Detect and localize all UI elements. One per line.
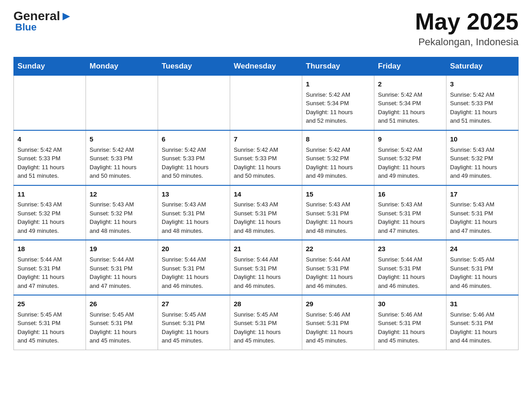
day-number: 24 (450, 244, 515, 254)
day-info: Sunrise: 5:45 AMSunset: 5:31 PMDaylight:… (162, 310, 226, 345)
day-info: Sunrise: 5:43 AMSunset: 5:31 PMDaylight:… (306, 200, 370, 235)
calendar-cell: 15Sunrise: 5:43 AMSunset: 5:31 PMDayligh… (302, 185, 374, 240)
day-number: 14 (234, 189, 298, 199)
day-info: Sunrise: 5:46 AMSunset: 5:31 PMDaylight:… (306, 310, 370, 345)
calendar-cell: 17Sunrise: 5:43 AMSunset: 5:31 PMDayligh… (446, 185, 519, 240)
calendar-cell: 18Sunrise: 5:44 AMSunset: 5:31 PMDayligh… (14, 240, 86, 295)
day-number: 4 (17, 134, 82, 144)
calendar-week-row: 25Sunrise: 5:45 AMSunset: 5:31 PMDayligh… (14, 295, 519, 350)
day-number: 8 (306, 134, 370, 144)
day-number: 22 (306, 244, 370, 254)
day-number: 1 (306, 79, 370, 89)
title-block: May 2025 Pekalongan, Indonesia (415, 9, 519, 48)
calendar-cell: 28Sunrise: 5:45 AMSunset: 5:31 PMDayligh… (230, 295, 302, 350)
day-info: Sunrise: 5:44 AMSunset: 5:31 PMDaylight:… (162, 255, 226, 290)
calendar-cell: 19Sunrise: 5:44 AMSunset: 5:31 PMDayligh… (86, 240, 158, 295)
calendar-cell: 5Sunrise: 5:42 AMSunset: 5:33 PMDaylight… (86, 130, 158, 185)
calendar-cell: 12Sunrise: 5:43 AMSunset: 5:32 PMDayligh… (86, 185, 158, 240)
day-number: 21 (234, 244, 298, 254)
day-info: Sunrise: 5:45 AMSunset: 5:31 PMDaylight:… (234, 310, 298, 345)
month-title: May 2025 (415, 9, 519, 34)
day-info: Sunrise: 5:42 AMSunset: 5:33 PMDaylight:… (17, 146, 82, 180)
calendar-week-row: 1Sunrise: 5:42 AMSunset: 5:34 PMDaylight… (14, 76, 519, 130)
calendar-week-row: 4Sunrise: 5:42 AMSunset: 5:33 PMDaylight… (14, 130, 519, 185)
day-number: 7 (234, 134, 298, 144)
day-info: Sunrise: 5:43 AMSunset: 5:31 PMDaylight:… (234, 200, 298, 235)
calendar-cell (14, 76, 86, 130)
calendar-cell: 11Sunrise: 5:43 AMSunset: 5:32 PMDayligh… (14, 185, 86, 240)
day-info: Sunrise: 5:42 AMSunset: 5:33 PMDaylight:… (162, 146, 226, 180)
calendar-cell: 23Sunrise: 5:44 AMSunset: 5:31 PMDayligh… (374, 240, 446, 295)
day-number: 28 (234, 299, 298, 309)
calendar-cell: 25Sunrise: 5:45 AMSunset: 5:31 PMDayligh… (14, 295, 86, 350)
logo-blue-text: ► (60, 9, 73, 23)
day-number: 29 (306, 299, 370, 309)
calendar-cell: 2Sunrise: 5:42 AMSunset: 5:34 PMDaylight… (374, 76, 446, 130)
calendar-cell: 21Sunrise: 5:44 AMSunset: 5:31 PMDayligh… (230, 240, 302, 295)
calendar-cell: 31Sunrise: 5:46 AMSunset: 5:31 PMDayligh… (446, 295, 519, 350)
day-number: 30 (378, 299, 442, 309)
day-number: 23 (378, 244, 442, 254)
calendar-week-row: 11Sunrise: 5:43 AMSunset: 5:32 PMDayligh… (14, 185, 519, 240)
day-info: Sunrise: 5:43 AMSunset: 5:31 PMDaylight:… (162, 200, 226, 235)
day-info: Sunrise: 5:43 AMSunset: 5:32 PMDaylight:… (17, 200, 82, 235)
day-info: Sunrise: 5:46 AMSunset: 5:31 PMDaylight:… (450, 310, 515, 345)
weekday-header-row: SundayMondayTuesdayWednesdayThursdayFrid… (14, 57, 519, 76)
calendar-cell: 1Sunrise: 5:42 AMSunset: 5:34 PMDaylight… (302, 76, 374, 130)
day-number: 26 (90, 299, 154, 309)
day-number: 20 (162, 244, 226, 254)
day-info: Sunrise: 5:43 AMSunset: 5:32 PMDaylight:… (450, 146, 515, 180)
day-number: 15 (306, 189, 370, 199)
day-info: Sunrise: 5:44 AMSunset: 5:31 PMDaylight:… (90, 255, 154, 290)
day-info: Sunrise: 5:44 AMSunset: 5:31 PMDaylight:… (17, 255, 82, 290)
day-info: Sunrise: 5:44 AMSunset: 5:31 PMDaylight:… (378, 255, 442, 290)
calendar-cell: 7Sunrise: 5:42 AMSunset: 5:33 PMDaylight… (230, 130, 302, 185)
day-info: Sunrise: 5:45 AMSunset: 5:31 PMDaylight:… (17, 310, 82, 345)
day-info: Sunrise: 5:42 AMSunset: 5:34 PMDaylight:… (378, 90, 442, 125)
weekday-header-monday: Monday (86, 57, 158, 76)
weekday-header-tuesday: Tuesday (158, 57, 230, 76)
day-number: 9 (378, 134, 442, 144)
day-info: Sunrise: 5:43 AMSunset: 5:31 PMDaylight:… (450, 200, 515, 235)
weekday-header-sunday: Sunday (14, 57, 86, 76)
calendar-cell: 13Sunrise: 5:43 AMSunset: 5:31 PMDayligh… (158, 185, 230, 240)
day-number: 11 (17, 189, 82, 199)
day-info: Sunrise: 5:42 AMSunset: 5:32 PMDaylight:… (378, 146, 442, 180)
day-number: 17 (450, 189, 515, 199)
day-info: Sunrise: 5:42 AMSunset: 5:34 PMDaylight:… (306, 90, 370, 125)
day-info: Sunrise: 5:45 AMSunset: 5:31 PMDaylight:… (90, 310, 154, 345)
calendar-cell: 24Sunrise: 5:45 AMSunset: 5:31 PMDayligh… (446, 240, 519, 295)
calendar-week-row: 18Sunrise: 5:44 AMSunset: 5:31 PMDayligh… (14, 240, 519, 295)
calendar-cell: 6Sunrise: 5:42 AMSunset: 5:33 PMDaylight… (158, 130, 230, 185)
calendar-cell: 4Sunrise: 5:42 AMSunset: 5:33 PMDaylight… (14, 130, 86, 185)
calendar-cell: 14Sunrise: 5:43 AMSunset: 5:31 PMDayligh… (230, 185, 302, 240)
calendar-cell (158, 76, 230, 130)
day-info: Sunrise: 5:43 AMSunset: 5:32 PMDaylight:… (90, 200, 154, 235)
weekday-header-thursday: Thursday (302, 57, 374, 76)
calendar-cell: 30Sunrise: 5:46 AMSunset: 5:31 PMDayligh… (374, 295, 446, 350)
day-number: 19 (90, 244, 154, 254)
location: Pekalongan, Indonesia (415, 36, 519, 48)
weekday-header-wednesday: Wednesday (230, 57, 302, 76)
day-info: Sunrise: 5:45 AMSunset: 5:31 PMDaylight:… (450, 255, 515, 290)
calendar-cell: 26Sunrise: 5:45 AMSunset: 5:31 PMDayligh… (86, 295, 158, 350)
day-number: 2 (378, 79, 442, 89)
day-info: Sunrise: 5:42 AMSunset: 5:33 PMDaylight:… (234, 146, 298, 180)
day-number: 25 (17, 299, 82, 309)
day-info: Sunrise: 5:44 AMSunset: 5:31 PMDaylight:… (306, 255, 370, 290)
day-number: 31 (450, 299, 515, 309)
calendar-cell: 3Sunrise: 5:42 AMSunset: 5:33 PMDaylight… (446, 76, 519, 130)
calendar-table: SundayMondayTuesdayWednesdayThursdayFrid… (13, 57, 519, 350)
calendar-cell: 27Sunrise: 5:45 AMSunset: 5:31 PMDayligh… (158, 295, 230, 350)
calendar-cell (86, 76, 158, 130)
logo: General ► Blue (13, 9, 73, 33)
page-header: General ► Blue May 2025 Pekalongan, Indo… (13, 9, 519, 48)
calendar-cell: 8Sunrise: 5:42 AMSunset: 5:32 PMDaylight… (302, 130, 374, 185)
day-info: Sunrise: 5:46 AMSunset: 5:31 PMDaylight:… (378, 310, 442, 345)
day-number: 3 (450, 79, 515, 89)
calendar-cell: 10Sunrise: 5:43 AMSunset: 5:32 PMDayligh… (446, 130, 519, 185)
weekday-header-friday: Friday (374, 57, 446, 76)
day-info: Sunrise: 5:42 AMSunset: 5:32 PMDaylight:… (306, 146, 370, 180)
day-number: 18 (17, 244, 82, 254)
calendar-cell (230, 76, 302, 130)
